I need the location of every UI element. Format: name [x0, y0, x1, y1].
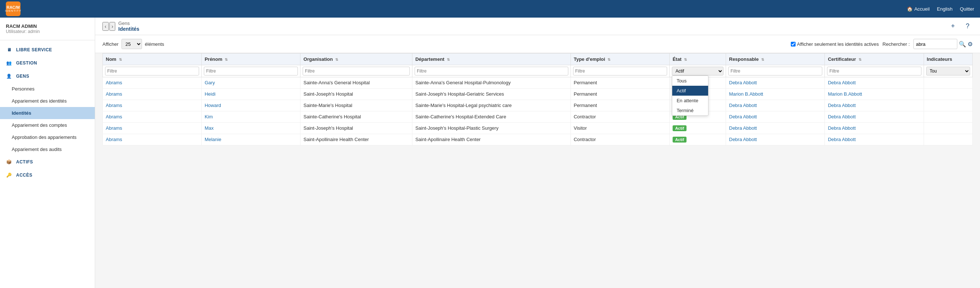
sidebar-item-gens[interactable]: 👤 GENS: [0, 70, 95, 83]
prenom-link[interactable]: Howard: [205, 102, 221, 108]
filter-emploi-input[interactable]: [573, 67, 667, 75]
cell-indicateurs: [924, 77, 972, 89]
sidebar-item-appariement-identites[interactable]: Appariement des identités: [0, 95, 95, 107]
certificateur-link[interactable]: Marion B.Abbott: [828, 91, 862, 97]
filter-resp-input[interactable]: [728, 67, 822, 75]
responsable-link[interactable]: Debra Abbott: [729, 114, 757, 120]
user-name: RACM ADMIN: [6, 24, 89, 29]
table-row: Abrams Howard Sainte-Marie's Hospital Sa…: [103, 100, 973, 111]
cell-type-emploi: Contractor: [571, 111, 669, 123]
sidebar-item-gestion[interactable]: 👥 GESTION: [0, 56, 95, 70]
back-button[interactable]: ‹: [102, 22, 109, 31]
elements-label: éléments: [145, 42, 164, 47]
nom-link[interactable]: Abrams: [106, 102, 122, 108]
nom-link[interactable]: Abrams: [106, 114, 122, 120]
sidebar-item-appariement-comptes[interactable]: Appariement des comptes: [0, 119, 95, 131]
search-settings-button[interactable]: ⚙: [967, 41, 973, 48]
user-sub: Utilisateur: admin: [6, 29, 89, 34]
sidebar-label-libre-service: LIBRE SERVICE: [16, 47, 52, 53]
responsable-link[interactable]: Debra Abbott: [729, 137, 757, 142]
responsable-link[interactable]: Debra Abbott: [729, 102, 757, 108]
filter-dept-input[interactable]: [415, 67, 568, 75]
quit-link[interactable]: Quitter: [960, 6, 974, 12]
sidebar-item-approbation[interactable]: Approbation des appariements: [0, 131, 95, 143]
breadcrumb-arrows: ‹ ›: [102, 22, 115, 31]
breadcrumb-parent: Gens: [118, 21, 130, 26]
sidebar-item-acces[interactable]: 🔑 ACCÈS: [0, 168, 95, 182]
nom-link[interactable]: Abrams: [106, 80, 122, 85]
certificateur-link[interactable]: Debra Abbott: [828, 80, 856, 85]
search-input[interactable]: [913, 39, 957, 49]
filter-certificateur: [825, 65, 924, 77]
nom-link[interactable]: Abrams: [106, 91, 122, 97]
logo-line2: IDENTITY: [5, 10, 21, 13]
sidebar-item-appariement-audits[interactable]: Appariement des audits: [0, 143, 95, 155]
dropdown-tous[interactable]: Tous: [672, 76, 708, 86]
filter-prenom-input[interactable]: [204, 67, 298, 75]
dropdown-termine[interactable]: Terminé: [672, 106, 708, 115]
cell-departement: Saint-Joseph's Hospital-Plastic Surgery: [412, 123, 571, 134]
english-link[interactable]: English: [937, 6, 953, 12]
responsable-link[interactable]: Debra Abbott: [729, 80, 757, 85]
table-body: Abrams Gary Sainte-Anna's General Hospit…: [103, 77, 973, 146]
cell-departement: Saint-Joseph's Hospital-Geriatric Servic…: [412, 89, 571, 100]
add-button[interactable]: +: [948, 21, 958, 32]
table-filter-row: Actif Tous En attente Terminé Tous Actif: [103, 65, 973, 77]
home-icon: 🏠: [907, 6, 913, 12]
help-button[interactable]: ?: [963, 21, 973, 32]
status-badge: Actif: [673, 125, 687, 131]
col-organisation: Organisation ⇅: [301, 53, 412, 65]
sort-nom-icon[interactable]: ⇅: [119, 58, 122, 62]
sort-cert-icon[interactable]: ⇅: [859, 58, 861, 62]
home-link[interactable]: 🏠 Accueil: [907, 6, 929, 12]
breadcrumb-current: Identités: [118, 26, 139, 32]
nom-link[interactable]: Abrams: [106, 125, 122, 131]
filter-indicateurs-select[interactable]: Tou Tous: [926, 67, 970, 75]
sort-org-icon[interactable]: ⇅: [335, 58, 338, 62]
table-row: Abrams Melanie Saint-Apollinaire Health …: [103, 134, 973, 146]
dropdown-actif[interactable]: Actif: [672, 86, 708, 96]
prenom-link[interactable]: Max: [205, 125, 214, 131]
filter-cert-input[interactable]: [827, 67, 921, 75]
sort-etat-icon[interactable]: ⇅: [684, 58, 687, 62]
filter-nom-input[interactable]: [105, 67, 199, 75]
table-container: Nom ⇅ Prénom ⇅ Organisation ⇅ Départemen…: [95, 53, 980, 288]
cell-etat: Actif: [669, 123, 725, 134]
prenom-link[interactable]: Heidi: [205, 91, 216, 97]
nom-link[interactable]: Abrams: [106, 137, 122, 142]
page-size-select[interactable]: 25 10 50 100: [121, 39, 142, 49]
forward-button[interactable]: ›: [110, 22, 116, 31]
col-responsable: Responsable ⇅: [726, 53, 825, 65]
prenom-link[interactable]: Kim: [205, 114, 213, 120]
table-row: Abrams Heidi Saint-Joseph's Hospital Sai…: [103, 89, 973, 100]
sort-prenom-icon[interactable]: ⇅: [225, 58, 228, 62]
responsable-link[interactable]: Marion B.Abbott: [729, 91, 763, 97]
filter-org-input[interactable]: [303, 67, 410, 75]
sidebar-item-identites[interactable]: Identités: [0, 107, 95, 119]
certificateur-link[interactable]: Debra Abbott: [828, 125, 856, 131]
filter-etat-select[interactable]: Actif Tous En attente Terminé: [672, 67, 724, 75]
filter-indicateurs: Tou Tous: [924, 65, 972, 77]
prenom-link[interactable]: Gary: [205, 80, 215, 85]
filter-departement: [412, 65, 571, 77]
etat-dropdown: Tous Actif En attente Terminé: [672, 75, 708, 116]
cell-certificateur: Debra Abbott: [825, 123, 924, 134]
sort-dept-icon[interactable]: ⇅: [447, 58, 450, 62]
filter-prenom: [202, 65, 301, 77]
sidebar-item-libre-service[interactable]: 🖥 LIBRE SERVICE: [0, 43, 95, 56]
sort-resp-icon[interactable]: ⇅: [761, 58, 764, 62]
sort-emploi-icon[interactable]: ⇅: [608, 58, 610, 62]
dropdown-en-attente[interactable]: En attente: [672, 96, 708, 106]
sidebar-item-personnes[interactable]: Personnes: [0, 83, 95, 95]
certificateur-link[interactable]: Debra Abbott: [828, 137, 856, 142]
search-clear-button[interactable]: 🔍: [959, 41, 966, 48]
sidebar-item-actifs[interactable]: 📦 ACTIFS: [0, 155, 95, 168]
responsable-link[interactable]: Debra Abbott: [729, 125, 757, 131]
certificateur-link[interactable]: Debra Abbott: [828, 114, 856, 120]
certificateur-link[interactable]: Debra Abbott: [828, 102, 856, 108]
table-header-row: Nom ⇅ Prénom ⇅ Organisation ⇅ Départemen…: [103, 53, 973, 65]
prenom-link[interactable]: Melanie: [205, 137, 221, 142]
cell-responsable: Debra Abbott: [726, 100, 825, 111]
active-only-text: Afficher seulement les identités actives: [797, 42, 879, 47]
active-only-checkbox[interactable]: [791, 42, 795, 46]
